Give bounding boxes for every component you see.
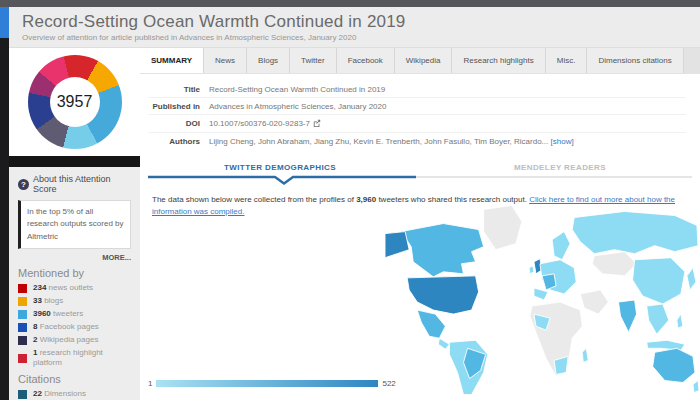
mention-label: Facebook pages <box>40 322 99 331</box>
meta-label: DOI <box>148 119 200 128</box>
question-icon[interactable]: ? <box>18 179 29 190</box>
map-indonesia[interactable] <box>647 340 685 350</box>
map-scandinavia[interactable] <box>552 232 570 260</box>
more-link[interactable]: MORE... <box>18 253 131 262</box>
map-middle-east[interactable] <box>580 290 608 314</box>
sidebar: 3957 ? About this Attention Score In the… <box>9 48 140 400</box>
score-context-box: In the top 5% of all research outputs sc… <box>18 200 131 249</box>
legend-max: 522 <box>382 379 395 388</box>
mentioned-by-heading: Mentioned by <box>18 267 131 279</box>
mention-row-wikipedia[interactable]: 2 Wikipedia pages <box>18 335 131 345</box>
map-madagascar[interactable] <box>582 348 588 362</box>
map-southeast-asia[interactable] <box>647 304 669 334</box>
main-panel: SUMMARY News Blogs Twitter Facebook Wiki… <box>140 48 700 400</box>
tab-facebook[interactable]: Facebook <box>337 48 395 73</box>
map-legend: 1 522 <box>148 379 396 388</box>
map-india[interactable] <box>618 300 636 332</box>
news-color-swatch <box>18 284 27 293</box>
meta-row-published-in: Published in Advances in Atmospheric Sci… <box>148 98 686 115</box>
twitter-color-swatch <box>18 310 27 319</box>
legend-gradient-bar <box>156 380 378 387</box>
citation-count: 22 <box>33 389 42 398</box>
external-link-icon[interactable] <box>313 119 321 129</box>
tab-twitter-demographics[interactable]: TWITTER DEMOGRAPHICS <box>140 163 420 172</box>
mention-count: 2 <box>33 335 37 344</box>
meta-value-authors: Lijing Cheng, John Abraham, Jiang Zhu, K… <box>209 137 574 146</box>
scrollbar-thumb[interactable] <box>0 7 9 38</box>
browser-top-strip <box>0 0 700 7</box>
mention-row-research-highlight[interactable]: 1 research highlight platform <box>18 348 131 368</box>
left-edge-bar <box>0 7 9 400</box>
mention-count: 8 <box>33 322 37 331</box>
meta-label: Title <box>148 85 200 94</box>
tab-summary[interactable]: SUMMARY <box>140 48 204 73</box>
mention-label: Wikipedia pages <box>40 335 99 344</box>
meta-row-doi: DOI 10.1007/s00376-020-9283-7 <box>148 115 686 133</box>
demographics-tab-underline <box>148 175 692 185</box>
tab-blogs[interactable]: Blogs <box>247 48 290 73</box>
tab-bar: SUMMARY News Blogs Twitter Facebook Wiki… <box>140 48 700 74</box>
blogs-color-swatch <box>18 297 27 306</box>
tab-bar-filler <box>684 48 700 73</box>
mention-count: 234 <box>33 283 46 292</box>
meta-row-authors: Authors Lijing Cheng, John Abraham, Jian… <box>148 133 686 149</box>
citation-row-dimensions[interactable]: 22 Dimensions <box>18 389 131 399</box>
map-philippines[interactable] <box>677 314 683 328</box>
map-mexico[interactable] <box>417 310 445 338</box>
map-new-zealand[interactable] <box>693 381 699 393</box>
sidebar-divider <box>9 156 140 167</box>
mention-label: research highlight platform <box>33 348 103 367</box>
mention-count: 33 <box>33 296 42 305</box>
page-header: Record-Setting Ocean Warmth Continued in… <box>9 7 700 48</box>
mention-label: news outlets <box>49 283 93 292</box>
show-authors-link[interactable]: [show] <box>551 137 574 146</box>
score-card: 3957 <box>9 48 140 156</box>
map-australia[interactable] <box>653 348 695 382</box>
meta-value-journal: Advances in Atmospheric Sciences, Januar… <box>209 102 386 111</box>
page-subtitle: Overview of attention for article publis… <box>22 33 700 42</box>
map-central-america[interactable] <box>438 338 449 349</box>
altmetric-details-page: Record-Setting Ocean Warmth Continued in… <box>0 0 700 400</box>
altmetric-donut: 3957 <box>28 55 122 149</box>
mention-count: 1 <box>33 348 37 357</box>
map-alaska[interactable] <box>385 232 409 258</box>
mention-row-news[interactable]: 234 news outlets <box>18 283 131 293</box>
tweeter-count: 3,960 <box>356 195 376 204</box>
map-russia[interactable] <box>572 211 698 253</box>
attention-score: 3957 <box>28 55 122 149</box>
citations-heading: Citations <box>18 373 131 385</box>
mention-label: blogs <box>44 296 63 305</box>
mention-label: tweeters <box>53 309 83 318</box>
facebook-color-swatch <box>18 323 27 332</box>
mention-count: 3960 <box>33 309 51 318</box>
tab-dimensions-citations[interactable]: Dimensions citations <box>587 48 683 73</box>
dimensions-color-swatch <box>18 390 27 399</box>
meta-value-title: Record-Setting Ocean Warmth Continued in… <box>209 85 385 94</box>
meta-row-title: Title Record-Setting Ocean Warmth Contin… <box>148 81 686 98</box>
meta-value-doi: 10.1007/s00376-020-9283-7 <box>209 119 321 129</box>
about-score-row[interactable]: ? About this Attention Score <box>18 174 131 194</box>
tab-twitter[interactable]: Twitter <box>290 48 337 73</box>
citation-label: Dimensions <box>44 389 86 398</box>
meta-label: Published in <box>148 102 200 111</box>
tab-wikipedia[interactable]: Wikipedia <box>395 48 453 73</box>
map-central-asia[interactable] <box>592 252 636 276</box>
tab-research-highlights[interactable]: Research highlights <box>452 48 545 73</box>
map-ireland[interactable] <box>529 266 534 274</box>
map-united-states[interactable] <box>407 276 478 314</box>
legend-min: 1 <box>148 379 152 388</box>
about-score-label: About this Attention Score <box>33 174 131 194</box>
mention-row-facebook[interactable]: 8 Facebook pages <box>18 322 131 332</box>
map-greenland[interactable] <box>484 205 522 249</box>
tab-misc[interactable]: Misc. <box>546 48 588 73</box>
tab-mendeley-readers[interactable]: MENDELEY READERS <box>420 163 700 172</box>
map-china[interactable] <box>633 258 685 304</box>
highlight-color-swatch <box>18 354 27 363</box>
wikipedia-color-swatch <box>18 336 27 345</box>
map-japan[interactable] <box>687 268 696 290</box>
tab-news[interactable]: News <box>204 48 247 73</box>
mention-row-tweeters[interactable]: 3960 tweeters <box>18 309 131 319</box>
mention-row-blogs[interactable]: 33 blogs <box>18 296 131 306</box>
map-canada[interactable] <box>401 224 484 277</box>
world-choropleth-map <box>383 200 700 398</box>
